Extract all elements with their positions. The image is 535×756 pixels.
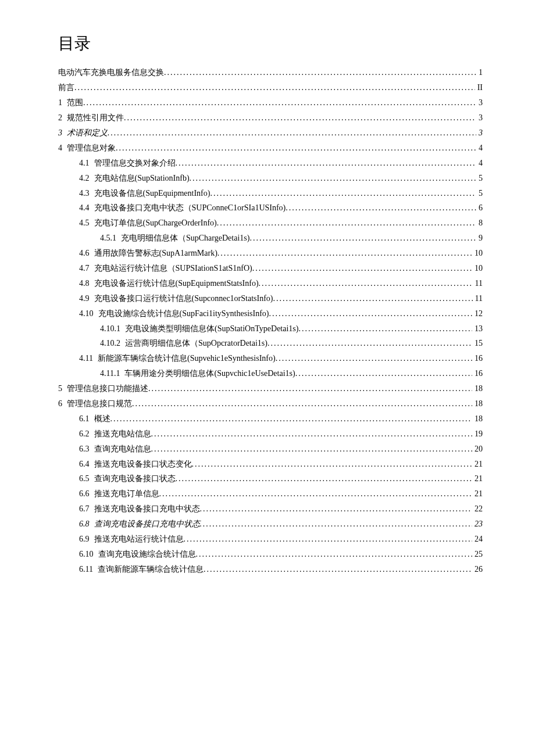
toc-entry-label: 范围: [67, 95, 83, 110]
toc-entry-page: 20: [472, 442, 483, 457]
toc-entry-number: 6.10: [79, 547, 98, 562]
toc-entry-page: 4: [476, 141, 483, 156]
toc-leader-dots: [268, 336, 472, 351]
toc-entry-number: 6.4: [79, 457, 94, 472]
toc-entry-page: 26: [472, 562, 483, 577]
toc-entry-label: 运营商明细信息体（SupOpcratorDetai1s): [125, 336, 268, 351]
toc-leader-dots: [196, 547, 473, 562]
toc-entry-page: 6: [476, 200, 483, 216]
toc-entry-number: 6.7: [79, 501, 94, 517]
toc-entry-label: 概述: [94, 411, 110, 427]
toc-entry: 前言II: [58, 80, 483, 95]
toc-entry-page: 15: [472, 336, 483, 351]
toc-title: 目录: [58, 29, 483, 58]
toc-entry: 4.11新能源车辆综合统计信息(Supvehic1eSynthesisInfo)…: [58, 351, 483, 366]
toc-leader-dots: [124, 110, 476, 126]
toc-entry-page: 21: [472, 486, 483, 501]
toc-entry-label: 充电订单信息(SupChargeOrderInfo): [94, 216, 217, 231]
toc-entry: 4.5充电订单信息(SupChargeOrderInfo)8: [58, 216, 483, 231]
toc-entry-number: 4.11.1: [100, 366, 124, 381]
toc-entry-number: 5: [58, 381, 67, 396]
toc-entry-page: 5: [476, 186, 483, 201]
toc-entry-label: 推送充电设备接口状态变化: [94, 457, 192, 472]
toc-entry-page: 10: [472, 261, 483, 276]
toc-entry-label: 充电设备运行统计信息(SupEquipmentStatsInfo): [94, 276, 259, 291]
toc-entry: 6.10查询充电设施综合统计信息25: [58, 547, 483, 562]
toc-entry: 4.10充电设施综合统计信息(SupFaci1itySynthesisInfo)…: [58, 306, 483, 321]
toc-entry-label: 管理信息对象: [67, 141, 116, 156]
toc-entry-page: 11: [473, 291, 483, 306]
toc-entry: 6.3查询充电站信息20: [58, 442, 483, 457]
toc-entry-number: 6.2: [79, 427, 94, 442]
toc-entry: 6.1概述18: [58, 411, 483, 427]
toc-entry: 4.10.2运营商明细信息体（SupOpcratorDetai1s)15: [58, 336, 483, 351]
toc-entry-number: 6.11: [79, 562, 98, 577]
toc-entry-number: 4.3: [79, 186, 94, 201]
toc-leader-dots: [217, 216, 476, 231]
toc-entry-label: 术语和定义: [67, 126, 108, 141]
toc-entry-number: 4.1: [79, 156, 94, 171]
toc-entry-number: 4.10.1: [100, 321, 125, 336]
toc-entry-number: 4.6: [79, 246, 94, 261]
toc-leader-dots: [276, 351, 472, 366]
toc-entry-label: 充电设施类型明细信息体(SupStatiOnTypeDetai1s): [125, 321, 298, 336]
toc-entry-number: 6: [58, 396, 67, 411]
toc-entry-page: 19: [472, 427, 483, 442]
toc-leader-dots: [192, 457, 473, 472]
toc-leader-dots: [132, 396, 472, 411]
toc-entry-page: 11: [473, 276, 483, 291]
toc-entry-page: 21: [472, 471, 483, 486]
toc-leader-dots: [190, 171, 476, 186]
toc-entry: 4管理信息对象4: [58, 141, 483, 156]
toc-leader-dots: [269, 306, 473, 321]
toc-entry-page: II: [475, 80, 483, 95]
toc-entry-number: 6.9: [79, 532, 94, 547]
toc-entry-page: 16: [472, 366, 483, 381]
toc-leader-dots: [151, 442, 473, 457]
toc-entry: 4.4充电设备接口充电中状态（SUPConneC1orSIa1USInfo)6: [58, 200, 483, 216]
toc-entry-number: 4.11: [79, 351, 98, 366]
toc-leader-dots: [83, 95, 476, 110]
toc-entry: 1范围3: [58, 95, 483, 110]
toc-entry-page: 3: [476, 110, 483, 126]
toc-entry-label: 电动汽车充换电服务信息交换: [58, 65, 164, 80]
toc-leader-dots: [151, 427, 473, 442]
toc-entry-label: 管理信息接口规范: [67, 396, 132, 411]
toc-entry-label: 查询充电设备接口状态: [94, 471, 176, 486]
toc-entry-label: 推送充电订单信息: [94, 486, 159, 501]
toc-leader-dots: [249, 231, 476, 246]
toc-entry-page: 16: [472, 351, 483, 366]
toc-leader-dots: [295, 366, 472, 381]
toc-entry-label: 充电站运行统计信息（SUPSIationS1atS1nfO): [94, 261, 252, 276]
toc-entry: 4.11.1车辆用途分类明细信息体(Supvchic1eUseDetai1s)1…: [58, 366, 483, 381]
toc-entry-number: 6.6: [79, 486, 94, 501]
toc-entry-page: 13: [472, 321, 483, 336]
toc-entry: 4.1管理信息交换对象介绍4: [58, 156, 483, 171]
toc-entry-page: 22: [472, 501, 483, 517]
toc-entry-label: 查询新能源车辆综合统计信息: [98, 562, 204, 577]
toc-leader-dots: [148, 381, 472, 396]
toc-entry-number: 4: [58, 141, 67, 156]
toc-entry-number: 4.10.2: [100, 336, 125, 351]
toc-entry-number: 6.1: [79, 411, 94, 427]
toc-entry-number: 4.4: [79, 200, 94, 216]
toc-leader-dots: [164, 65, 476, 80]
toc-leader-dots: [217, 246, 472, 261]
toc-leader-dots: [273, 291, 472, 306]
toc-entry: 4.3充电设备信息(SupEquipmentInfo)5: [58, 186, 483, 201]
toc-entry-label: 查询充电设备接口充电中状态: [94, 517, 200, 532]
toc-entry-page: 3: [476, 95, 483, 110]
toc-leader-dots: [298, 321, 472, 336]
toc-entry-page: 18: [472, 396, 483, 411]
toc-leader-dots: [252, 261, 472, 276]
toc-entry-number: 4.5: [79, 216, 94, 231]
toc-leader-dots: [176, 156, 477, 171]
toc-entry-label: 充电站信息(SupStationInfb): [94, 171, 190, 186]
toc-leader-dots: [200, 517, 473, 532]
toc-entry-page: 9: [476, 231, 483, 246]
toc-entry: 4.7充电站运行统计信息（SUPSIationS1atS1nfO)10: [58, 261, 483, 276]
toc-entry: 6.5查询充电设备接口状态21: [58, 471, 483, 486]
toc-entry-label: 前言: [58, 80, 74, 95]
toc-leader-dots: [210, 186, 476, 201]
toc-entry: 5管理信息接口功能描述18: [58, 381, 483, 396]
